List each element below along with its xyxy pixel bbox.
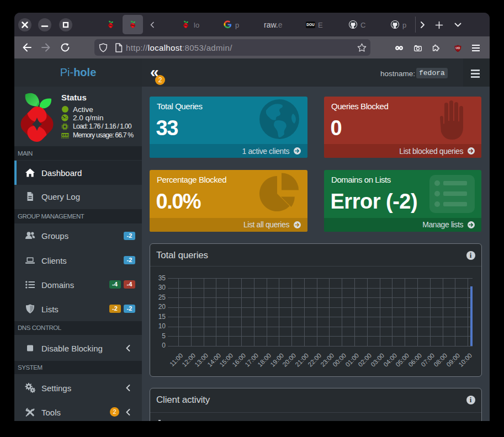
svg-text:UO: UO xyxy=(456,46,460,50)
